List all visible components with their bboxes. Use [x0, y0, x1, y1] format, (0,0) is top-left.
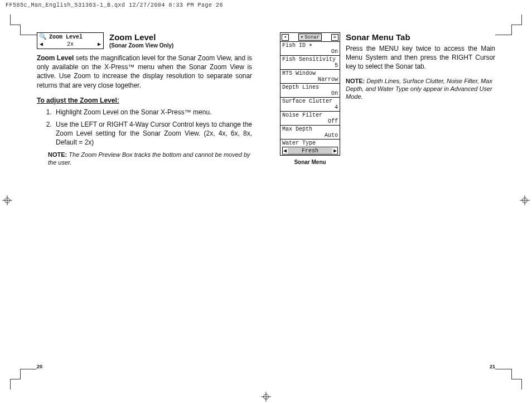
menu-item-value: Auto: [282, 132, 338, 138]
menu-item-label: Noise Filter: [282, 112, 338, 118]
menu-item-label: Depth Lines: [282, 84, 338, 90]
menu-item-noise-filter: Noise FilterOff: [280, 112, 340, 126]
zoom-note: NOTE: The Zoom Preview Box tracks the bo…: [48, 151, 252, 167]
menu-item-value: 5: [282, 62, 338, 69]
menu-item-value: Fresh: [288, 148, 332, 154]
sonar-menu-lcd: ▪ ▾Sonar ≡ Fish ID +OnFish Sensitivity5R…: [280, 32, 340, 156]
menu-item-label: Fish ID +: [282, 42, 338, 49]
menu-item-value: Narrow: [282, 76, 338, 83]
menu-item-label: RTS Window: [282, 70, 338, 76]
step-1: Highlight Zoom Level on the Sonar X-Pres…: [54, 108, 252, 117]
tab-next-icon: ≡: [331, 34, 338, 41]
menu-item-label: Fish Sensitivity: [282, 56, 338, 62]
registration-mark-right: [520, 195, 530, 205]
registration-mark-bottom: [261, 392, 271, 402]
menu-item-label: Surface Clutter: [282, 98, 338, 104]
menu-item-value: 4: [282, 104, 338, 110]
menu-item-rts-window: RTS WindowNarrow: [280, 70, 340, 84]
right-arrow-icon: ▶: [333, 147, 337, 154]
doc-header: FF585c_Man_English_531363-1_B.qxd 12/27/…: [6, 2, 223, 8]
menu-item-fish-sensitivity: Fish Sensitivity5: [280, 56, 340, 70]
page-number-left: 20: [37, 364, 42, 369]
menu-item-label: Water Type: [282, 140, 338, 146]
menu-item-value: On: [282, 90, 338, 97]
sonar-menu-description: Press the MENU key twice to access the M…: [346, 44, 495, 71]
registration-mark-left: [2, 195, 12, 205]
step-2: Use the LEFT or RIGHT 4-Way Cursor Contr…: [54, 120, 252, 147]
zoom-level-description: Zoom Level sets the magnification level …: [37, 54, 252, 90]
adjust-heading: To adjust the Zoom Level:: [37, 97, 252, 104]
menu-item-surface-clutter: Surface Clutter4: [280, 98, 340, 112]
menu-item-water-type: Water Type◀Fresh▶: [280, 140, 340, 155]
zoom-level-title: Zoom Level: [109, 32, 173, 42]
menu-item-max-depth: Max DepthAuto: [280, 126, 340, 140]
sonar-menu-caption: Sonar Menu: [280, 159, 340, 165]
tab-bar: ▪ ▾Sonar ≡: [280, 33, 340, 42]
zoom-widget-label: Zoom Level: [49, 34, 83, 40]
menu-item-value: On: [282, 49, 338, 55]
left-page: 🔍 Zoom Level ◀ 2x ▶ Zoom Level (Sonar Zo…: [37, 32, 252, 372]
right-arrow-icon: ▶: [98, 41, 101, 47]
zoom-widget-value: 2x: [67, 41, 74, 47]
sonar-menu-tab-title: Sonar Menu Tab: [346, 32, 495, 42]
adjust-steps: Highlight Zoom Level on the Sonar X-Pres…: [54, 108, 252, 147]
sonar-menu-note: NOTE: Depth Lines, Surface Clutter, Nois…: [346, 77, 495, 101]
menu-item-depth-lines: Depth LinesOn: [280, 84, 340, 98]
page-number-right: 21: [490, 364, 495, 369]
menu-item-fish-id-: Fish ID +On: [280, 42, 340, 56]
zoom-level-subtitle: (Sonar Zoom View Only): [109, 42, 173, 49]
tab-sonar: ▾Sonar: [298, 33, 322, 41]
magnifier-icon: 🔍: [39, 33, 47, 40]
left-arrow-icon: ◀: [40, 41, 43, 47]
left-arrow-icon: ◀: [283, 147, 287, 154]
tab-prev-icon: ▪: [282, 34, 289, 41]
menu-item-label: Max Depth: [282, 126, 338, 132]
right-page: ▪ ▾Sonar ≡ Fish ID +OnFish Sensitivity5R…: [280, 32, 495, 372]
zoom-level-widget: 🔍 Zoom Level ◀ 2x ▶: [37, 32, 104, 49]
sonar-menu-figure: ▪ ▾Sonar ≡ Fish ID +OnFish Sensitivity5R…: [280, 32, 340, 165]
menu-item-value: Off: [282, 118, 338, 124]
